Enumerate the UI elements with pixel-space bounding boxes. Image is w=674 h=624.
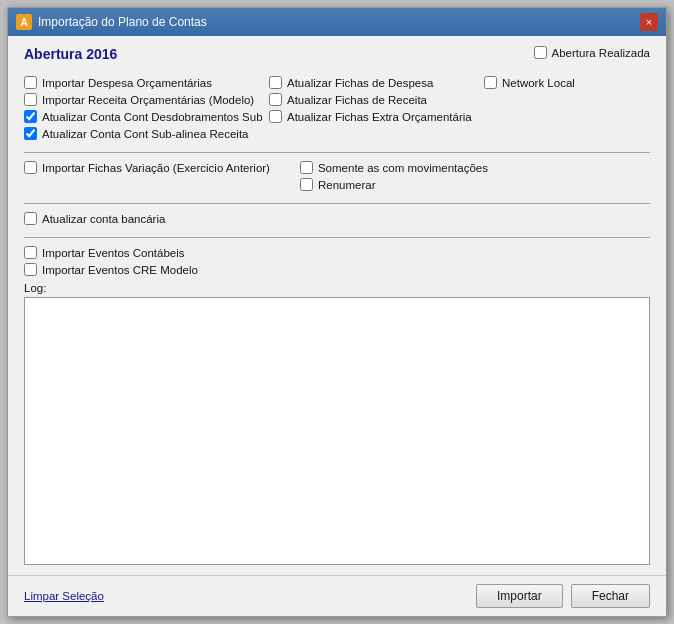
separator-2 — [24, 203, 650, 204]
section-title: Abertura 2016 — [24, 46, 117, 62]
atualizar-fichas-despesa-checkbox[interactable] — [269, 76, 282, 89]
importar-fichas-variacao-label[interactable]: Importar Fichas Variação (Exercicio Ante… — [42, 162, 270, 174]
abertura-realizada-checkbox[interactable] — [534, 46, 547, 59]
atualizar-fichas-extra-checkbox[interactable] — [269, 110, 282, 123]
atualizar-desdobramentos-row: Atualizar Conta Cont Desdobramentos Sub — [24, 110, 269, 123]
separator-1 — [24, 152, 650, 153]
main-dialog: A Importação do Plano de Contas × Abertu… — [7, 7, 667, 617]
conta-bancaria-row: Atualizar conta bancária — [24, 212, 650, 225]
limpar-selecao-link[interactable]: Limpar Seleção — [24, 590, 104, 602]
atualizar-desdobramentos-checkbox[interactable] — [24, 110, 37, 123]
importar-eventos-contabeis-row: Importar Eventos Contábeis — [24, 246, 650, 259]
atualizar-fichas-receita-row: Atualizar Fichas de Receita — [269, 93, 484, 106]
atualizar-fichas-receita-label[interactable]: Atualizar Fichas de Receita — [287, 94, 427, 106]
dialog-content: Abertura 2016 Abertura Realizada Importa… — [8, 36, 666, 575]
importar-eventos-cre-label[interactable]: Importar Eventos CRE Modelo — [42, 264, 198, 276]
conta-bancaria-checkbox[interactable] — [24, 212, 37, 225]
footer-buttons: Importar Fechar — [476, 584, 650, 608]
renumerar-label[interactable]: Renumerar — [318, 179, 376, 191]
importar-eventos-contabeis-checkbox[interactable] — [24, 246, 37, 259]
fichas-variacao-section: Importar Fichas Variação (Exercicio Ante… — [24, 161, 650, 191]
renumerar-row: Renumerar — [300, 178, 488, 191]
importar-eventos-contabeis-label[interactable]: Importar Eventos Contábeis — [42, 247, 185, 259]
importar-eventos-cre-checkbox[interactable] — [24, 263, 37, 276]
somente-movimentacoes-row: Somente as com movimentações — [300, 161, 488, 174]
atualizar-fichas-extra-row: Atualizar Fichas Extra Orçamentária — [269, 110, 484, 123]
fechar-button[interactable]: Fechar — [571, 584, 650, 608]
separator-3 — [24, 237, 650, 238]
atualizar-fichas-despesa-label[interactable]: Atualizar Fichas de Despesa — [287, 77, 433, 89]
top-section: Abertura 2016 Abertura Realizada — [24, 46, 650, 70]
log-textarea[interactable] — [24, 297, 650, 565]
conta-bancaria-label[interactable]: Atualizar conta bancária — [42, 213, 165, 225]
log-label: Log: — [24, 282, 650, 294]
importar-receita-label[interactable]: Importar Receita Orçamentárias (Modelo) — [42, 94, 254, 106]
importar-fichas-variacao-row: Importar Fichas Variação (Exercicio Ante… — [24, 161, 270, 174]
eventos-section: Importar Eventos Contábeis Importar Even… — [24, 246, 650, 276]
checkbox-col1: Importar Despesa Orçamentárias Importar … — [24, 76, 269, 140]
importar-despesa-label[interactable]: Importar Despesa Orçamentárias — [42, 77, 212, 89]
abertura-realizada-label[interactable]: Abertura Realizada — [552, 47, 650, 59]
importar-receita-checkbox[interactable] — [24, 93, 37, 106]
somente-movimentacoes-label[interactable]: Somente as com movimentações — [318, 162, 488, 174]
importar-despesa-row: Importar Despesa Orçamentárias — [24, 76, 269, 89]
atualizar-fichas-extra-label[interactable]: Atualizar Fichas Extra Orçamentária — [287, 111, 472, 123]
network-local-row: Network Local — [484, 76, 634, 89]
importar-despesa-checkbox[interactable] — [24, 76, 37, 89]
atualizar-sub-alinea-label[interactable]: Atualizar Conta Cont Sub-alinea Receita — [42, 128, 248, 140]
close-button[interactable]: × — [640, 13, 658, 31]
checkbox-col2: Atualizar Fichas de Despesa Atualizar Fi… — [269, 76, 484, 140]
network-local-checkbox[interactable] — [484, 76, 497, 89]
importar-fichas-variacao-checkbox[interactable] — [24, 161, 37, 174]
checkbox-col3: Network Local — [484, 76, 634, 140]
atualizar-desdobramentos-label[interactable]: Atualizar Conta Cont Desdobramentos Sub — [42, 111, 263, 123]
atualizar-fichas-despesa-row: Atualizar Fichas de Despesa — [269, 76, 484, 89]
network-local-label[interactable]: Network Local — [502, 77, 575, 89]
importar-receita-row: Importar Receita Orçamentárias (Modelo) — [24, 93, 269, 106]
title-bar: A Importação do Plano de Contas × — [8, 8, 666, 36]
footer: Limpar Seleção Importar Fechar — [8, 575, 666, 616]
atualizar-fichas-receita-checkbox[interactable] — [269, 93, 282, 106]
app-icon: A — [16, 14, 32, 30]
atualizar-sub-alinea-checkbox[interactable] — [24, 127, 37, 140]
dialog-title: Importação do Plano de Contas — [38, 15, 207, 29]
renumerar-checkbox[interactable] — [300, 178, 313, 191]
title-bar-left: A Importação do Plano de Contas — [16, 14, 207, 30]
somente-movimentacoes-checkbox[interactable] — [300, 161, 313, 174]
atualizar-sub-alinea-row: Atualizar Conta Cont Sub-alinea Receita — [24, 127, 269, 140]
log-container: Log: — [24, 282, 650, 565]
abertura-realizada-row: Abertura Realizada — [534, 46, 650, 59]
importar-button[interactable]: Importar — [476, 584, 563, 608]
importar-eventos-cre-row: Importar Eventos CRE Modelo — [24, 263, 650, 276]
